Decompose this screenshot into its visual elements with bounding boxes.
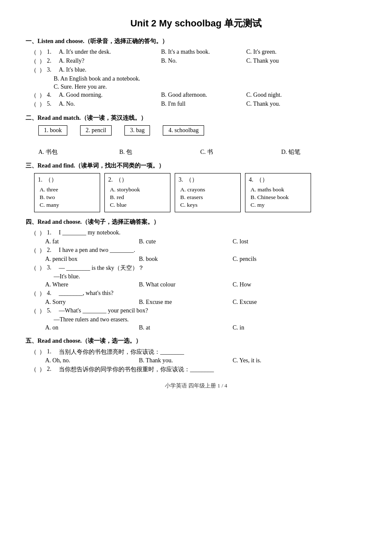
option-a: A. No. [59, 101, 161, 107]
match-answer-c: C. 书 [200, 148, 256, 156]
q-num: 3. [47, 66, 56, 73]
match-top-row: 1. book 2. pencil 3. bag 4. schoolbag [26, 125, 366, 136]
find-col-3-options: A. crayons B. erasers C. keys [175, 185, 240, 210]
match-item-3: 3. bag [124, 125, 150, 136]
options-row: A. pencil box B. book C. pencils [26, 256, 366, 263]
bracket-close: ） [121, 176, 127, 184]
table-row: （ ） 4. A. Good morning. B. Good afternoo… [26, 92, 366, 99]
table-row: （ ） 2. A. Really? B. No. C. Thank you [26, 58, 366, 65]
q-num: 1. [47, 49, 56, 55]
match-answer-a: A. 书包 [38, 148, 94, 156]
list-item: B. Chinese book [251, 194, 306, 201]
list-item: A. three [40, 186, 95, 193]
match-item-4: 4. schoolbag [163, 125, 204, 136]
list-item: C. blue [110, 202, 165, 208]
paren: （ [30, 58, 37, 65]
option-a: A. Really? [59, 58, 161, 64]
paren-close: ） [38, 366, 46, 373]
list-item: B. two [40, 194, 95, 201]
opt-b: B. Excuse me [139, 299, 207, 306]
paren: （ [30, 290, 37, 298]
section-2-header: 二、Read and match.（读一读，英汉连线。） [26, 114, 366, 122]
table-row: （ ） 5. A. No. B. I'm full C. Thank you. [26, 101, 366, 108]
find-col-num-1: 1. （ ） [35, 175, 100, 185]
option-a: A. It's blue. [59, 66, 86, 73]
match-answer-d: D. 铅笔 [281, 148, 324, 156]
bracket-open: （ [256, 176, 262, 184]
q-num: 1. [47, 229, 56, 236]
list-item: A. storybook [110, 186, 165, 193]
option-b: B. I'm full [161, 101, 246, 107]
paren: （ [30, 247, 37, 254]
stem2: —It's blue. [26, 273, 366, 280]
paren: （ [30, 229, 37, 237]
table-row: （ ） 5. —What's ________ your pencil box? [26, 307, 366, 315]
opt-c: C. lost [233, 238, 301, 245]
match-bottom-row: A. 书包 B. 包 C. 书 D. 铅笔 [26, 148, 366, 156]
q-num: 3. [47, 264, 56, 271]
option-b: B. No. [161, 58, 246, 64]
opt-b: B. Thank you. [139, 357, 207, 364]
options-row: A. on B. at C. in [26, 324, 366, 331]
section-1: 一、Listen and choose.（听录音，选择正确的答句。） （ ） 1… [26, 38, 366, 108]
opt-a: A. Sorry [45, 299, 113, 306]
stem: I have a pen and two ________. [59, 247, 135, 254]
find-col-2-options: A. storybook B. red C. blue [105, 185, 170, 210]
options-row: A. Sorry B. Excuse me C. Excuse [26, 299, 366, 306]
table-row: （ ） 4. ________, what's this? [26, 290, 366, 298]
table-row: （ ） 3. — ________ is the sky（天空）？ [26, 264, 366, 272]
options-row: A. fat B. cute C. lost [26, 238, 366, 245]
paren: （ [30, 366, 37, 373]
stem: ________, what's this? [59, 290, 113, 297]
q-num: 2. [47, 58, 56, 64]
opt-b: B. cute [139, 238, 207, 245]
option-a: A. Good morning. [59, 92, 161, 98]
bracket-close: ） [51, 176, 57, 184]
list-item: B. red [110, 194, 165, 201]
page-footer: 小学英语 四年级上册 1 / 4 [26, 382, 366, 390]
q-num: 2. [47, 247, 56, 254]
opt-a: A. Oh, no. [45, 357, 113, 364]
paren: （ [30, 101, 37, 108]
option-b: B. It's a maths book. [161, 49, 246, 55]
find-col-4: 4. （ ） A. maths book B. Chinese book C. … [245, 173, 311, 212]
col-num-4: 4. [249, 176, 254, 183]
stem: 当别人夸你的书包漂亮时，你应该说：________ [59, 348, 184, 356]
list-item: C. many [40, 202, 95, 208]
section-4: 四、Read and choose.（读句子，选择正确答案。） （ ） 1. I… [26, 218, 366, 331]
opt-a: A. pencil box [45, 256, 113, 263]
q-num: 1. [47, 348, 56, 355]
paren: （ [30, 264, 37, 272]
table-row: （ ） 1. I ________ my notebook. [26, 229, 366, 237]
opt-b: B. at [139, 324, 207, 331]
option-c: C. It's green. [246, 49, 277, 55]
page-title: Unit 2 My schoolbag 单元测试 [26, 17, 366, 30]
opt-a: A. Where [45, 281, 113, 288]
list-item: B. erasers [180, 194, 235, 201]
find-table: 1. （ ） A. three B. two C. many 2. （ ） A.… [26, 173, 366, 212]
bracket-close: ） [262, 176, 268, 184]
find-col-num-4: 4. （ ） [245, 175, 311, 185]
list-item: A. crayons [180, 186, 235, 193]
bracket-open: （ [186, 176, 192, 184]
stem: 当你想告诉你的同学你的书包很重时，你应该说：________ [59, 366, 214, 373]
option-a: A. It's under the desk. [59, 49, 161, 55]
paren-close: ） [38, 247, 46, 254]
section-3-header: 三、Read and find.（读单词，找出不同类的一项。） [26, 162, 366, 170]
q-num: 4. [47, 290, 56, 297]
bracket-open: （ [45, 176, 51, 184]
match-item-2: 2. pencil [80, 125, 112, 136]
col-num-2: 2. [108, 176, 113, 183]
section-5: 五、Read and choose.（读一读，选一选。） （ ） 1. 当别人夸… [26, 337, 366, 373]
q-num: 5. [47, 101, 56, 107]
option-c: C. Thank you. [246, 101, 280, 107]
opt-a: A. fat [45, 238, 113, 245]
list-item: C. Sure. Here you are. [26, 84, 366, 90]
opt-c: C. Excuse [233, 299, 301, 306]
bracket-close: ） [192, 176, 198, 184]
paren-close: ） [38, 58, 46, 65]
table-row: （ ） 3. A. It's blue. [26, 66, 366, 74]
list-item: B. An English book and a notebook. [26, 75, 366, 82]
option-c: C. Good night. [246, 92, 282, 98]
paren-close: ） [38, 307, 46, 315]
